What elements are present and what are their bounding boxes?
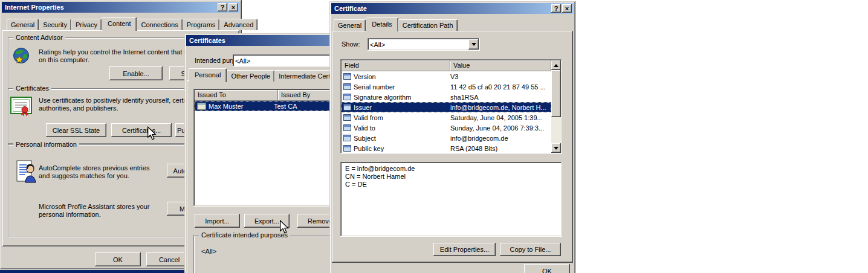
enable-button[interactable]: Enable... xyxy=(109,66,163,80)
detail-line: CN = Norbert Hamel xyxy=(345,173,557,181)
scrollbar-thumb[interactable] xyxy=(551,70,561,117)
copy-to-file-button[interactable]: Copy to File... xyxy=(500,243,561,256)
close-icon[interactable]: × xyxy=(562,4,572,13)
import-button[interactable]: Import... xyxy=(195,214,240,228)
table-row-serial-number[interactable]: Serial number 11 42 d5 cf a0 20 21 87 49… xyxy=(342,82,551,92)
certificate-titlebar[interactable]: Certificate ? × xyxy=(331,3,574,14)
show-select[interactable]: <All> xyxy=(368,38,480,51)
tab-other-people[interactable]: Other People xyxy=(227,70,274,82)
ok-button[interactable]: OK xyxy=(95,252,141,266)
tab-content[interactable]: Content xyxy=(102,17,137,31)
content-advisor-globe-icon xyxy=(12,47,31,66)
column-issued-to[interactable]: Issued To xyxy=(195,90,278,101)
certificate-icon xyxy=(10,97,33,117)
mouse-cursor xyxy=(146,126,157,141)
tab-privacy[interactable]: Privacy xyxy=(71,19,102,30)
fields-table-header: Field Value xyxy=(342,60,551,71)
tab-details[interactable]: Details xyxy=(366,18,398,31)
issued-by-cell: Test CA xyxy=(274,103,297,110)
field-icon xyxy=(343,145,351,152)
close-icon[interactable]: × xyxy=(228,3,238,11)
table-row-subject[interactable]: Subject info@bridgecom.de xyxy=(342,133,551,143)
mouse-cursor xyxy=(279,220,290,234)
table-scrollbar[interactable] xyxy=(551,60,561,153)
certificate-dialog: Certificate ? × General Details Certific… xyxy=(329,1,575,273)
field-icon xyxy=(343,73,351,80)
certificate-small-icon xyxy=(197,103,206,110)
tab-general[interactable]: General xyxy=(334,19,366,31)
profile-assistant-description: Microsoft Profile Assistant stores your … xyxy=(39,203,163,219)
content-advisor-legend: Content Advisor xyxy=(13,34,65,42)
detail-line: C = DE xyxy=(345,181,557,188)
certificates-legend: Certificates xyxy=(13,85,51,92)
column-value[interactable]: Value xyxy=(450,60,551,71)
table-row-issuer[interactable]: Issuer info@bridgecom.de, Norbert H... xyxy=(342,102,551,112)
detail-line: E = info@bridgecom.de xyxy=(345,165,557,173)
issuer-detail-box[interactable]: E = info@bridgecom.de CN = Norbert Hamel… xyxy=(340,162,562,237)
scroll-down-icon[interactable] xyxy=(551,143,561,153)
field-icon xyxy=(343,135,351,141)
certificates-button[interactable]: Certificates... xyxy=(111,123,172,137)
autocomplete-description: AutoComplete stores previous entries and… xyxy=(39,164,155,180)
table-row-valid-to[interactable]: Valid to Sunday, June 04, 2006 7:39:3... xyxy=(342,123,551,133)
tab-connections[interactable]: Connections xyxy=(137,19,182,30)
intended-purposes-value: <All> xyxy=(201,248,216,255)
dialog-title: Certificate xyxy=(334,5,367,12)
fields-table: Field Value Version V3 Serial number 11 … xyxy=(340,59,562,154)
tab-security[interactable]: Security xyxy=(39,19,71,30)
background-window-edge xyxy=(0,270,186,273)
table-row-valid-from[interactable]: Valid from Saturday, June 04, 2005 1:39.… xyxy=(342,112,551,123)
tab-general[interactable]: General xyxy=(7,19,39,30)
edit-properties-button[interactable]: Edit Properties... xyxy=(433,243,496,256)
profile-icon xyxy=(16,159,37,184)
ok-button[interactable]: OK xyxy=(524,264,570,273)
dialog-title: Internet Properties xyxy=(5,4,64,11)
desktop: Internet Properties ? × General Security… xyxy=(0,0,868,273)
help-icon[interactable]: ? xyxy=(218,3,227,11)
tab-personal[interactable]: Personal xyxy=(189,68,227,82)
clear-ssl-state-button[interactable]: Clear SSL State xyxy=(46,123,106,137)
tab-certification-path[interactable]: Certification Path xyxy=(398,19,458,31)
certificate-tabstrip: General Details Certification Path xyxy=(334,20,458,31)
show-value: <All> xyxy=(368,41,468,48)
tab-programs[interactable]: Programs xyxy=(183,19,220,30)
field-icon xyxy=(343,124,351,131)
scroll-up-icon[interactable] xyxy=(551,60,561,70)
table-row-version[interactable]: Version V3 xyxy=(342,71,551,82)
titlebar-buttons: ? × xyxy=(218,3,240,11)
personal-information-legend: Personal information xyxy=(13,141,79,149)
issued-to-cell: Max Muster xyxy=(206,103,274,110)
titlebar-buttons: ? × xyxy=(551,4,574,13)
column-field[interactable]: Field xyxy=(342,60,450,71)
dialog-title: Certificates xyxy=(189,37,225,44)
field-icon xyxy=(343,94,351,100)
chevron-down-icon[interactable] xyxy=(468,39,479,50)
table-row-public-key[interactable]: Public key RSA (2048 Bits) xyxy=(342,143,551,153)
intended-purposes-legend: Certificate intended purposes xyxy=(199,231,290,239)
tab-advanced[interactable]: Advanced xyxy=(219,19,257,30)
field-icon xyxy=(343,83,351,90)
internet-properties-tabstrip: General Security Privacy Content Connect… xyxy=(7,19,257,30)
show-label: Show: xyxy=(342,40,360,48)
table-row-signature-algorithm[interactable]: Signature algorithm sha1RSA xyxy=(342,92,551,102)
internet-properties-titlebar[interactable]: Internet Properties ? × xyxy=(2,2,240,13)
field-icon xyxy=(343,104,351,111)
field-icon xyxy=(343,114,351,121)
help-icon[interactable]: ? xyxy=(551,4,561,13)
